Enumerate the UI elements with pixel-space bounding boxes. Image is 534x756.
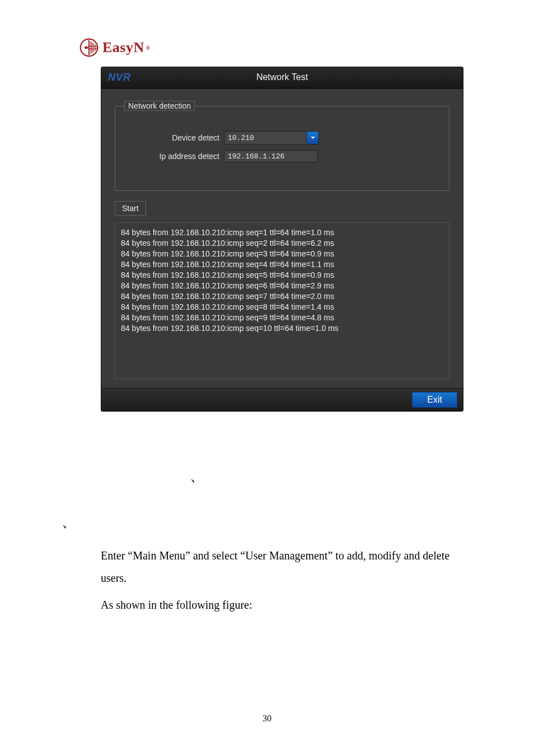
doc-line-1: Enter “Main Menu” and select “User Manag… [101,544,470,589]
ip-address-detect-input[interactable] [224,150,318,162]
dialog-titlebar: NVR Network Test [101,67,463,89]
exit-button[interactable]: Exit [412,392,457,408]
ip-address-detect-row: Ip address detect [124,150,440,162]
device-detect-select[interactable]: 10.210 [224,131,319,144]
device-detect-value: 10.210 [224,132,307,144]
network-test-dialog: NVR Network Test Network detection Devic… [101,67,463,412]
doc-instruction-text: Enter “Main Menu” and select “User Manag… [101,544,470,620]
svg-point-1 [85,46,87,49]
device-detect-row: Device detect 10.210 [124,131,440,144]
brand-logo-icon [79,38,99,58]
device-detect-label: Device detect [124,133,224,142]
start-button[interactable]: Start [115,201,146,216]
page-number: 30 [0,713,534,724]
stray-punctuation: 、 [189,464,206,487]
dialog-footer: Exit [101,388,463,411]
dialog-title: Network Test [101,72,463,82]
ping-output: 84 bytes from 192.168.10.210:icmp seq=1 … [115,222,449,379]
network-detection-fieldset: Network detection Device detect 10.210 I… [115,101,449,191]
dropdown-arrow-icon[interactable] [307,132,318,144]
stray-punctuation: 、 [61,510,78,533]
brand-logo-text: EasyN [102,40,144,55]
network-detection-legend: Network detection [124,101,195,111]
doc-line-2: As shown in the following figure: [101,594,470,616]
brand-logo-registered: ® [146,45,151,51]
ip-address-detect-label: Ip address detect [124,152,224,161]
brand-logo: EasyN ® [79,38,151,58]
